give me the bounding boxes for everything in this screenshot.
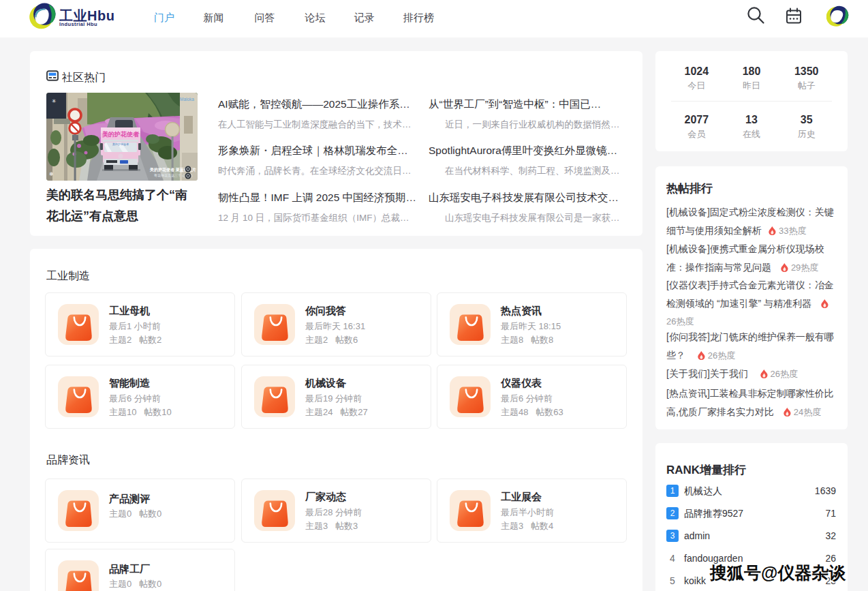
svg-text:Maloka: Maloka (180, 97, 194, 102)
svg-text:✳: ✳ (52, 98, 57, 104)
svg-text:美的护花使者: 美的护花使者 (102, 130, 140, 138)
svg-text:❄: ❄ (49, 171, 54, 177)
